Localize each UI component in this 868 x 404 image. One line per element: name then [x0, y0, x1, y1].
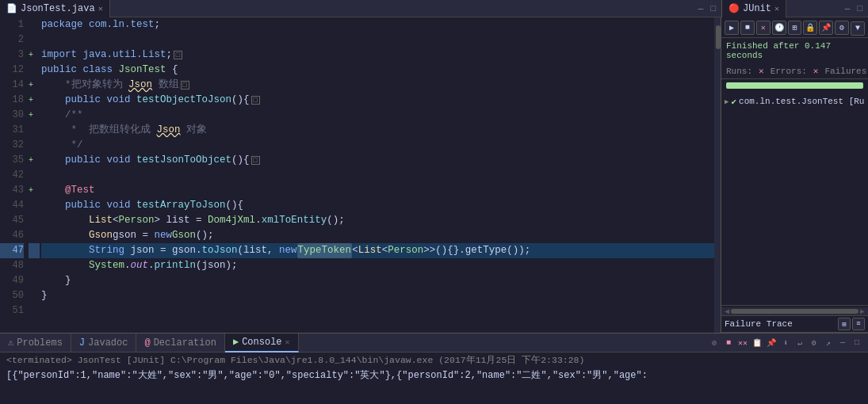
code-line-14: *把对象转为 Json 数组□ [41, 78, 714, 93]
junit-tree: ▶ ✔ com.ln.test.JsonTest [Ru [721, 92, 868, 303]
console-output: [{"personId":1,"name":"大姓","sex":"男","ag… [0, 367, 868, 404]
code-line-46: Gson gson = new Gson(); [41, 228, 714, 243]
code-area: package com.ln.test; import java.util.Li… [40, 17, 714, 333]
junit-tab-label: JUnit [743, 3, 771, 14]
errors-x: ✕ [759, 66, 764, 76]
tab-javadoc[interactable]: J Javadoc [71, 333, 137, 353]
console-maximize-btn[interactable]: □ [851, 337, 863, 349]
code-line-48: System.out.println(json); [41, 258, 714, 273]
code-line-43: @Test [41, 183, 714, 198]
junit-scroll-thumb [731, 309, 858, 314]
junit-divider [721, 305, 868, 306]
junit-tab[interactable]: 🔴 JUnit ✕ [722, 0, 786, 17]
console-scroll-btn[interactable]: ⬇ [779, 337, 792, 349]
editor-body: 1 2 3 12 14 18 30 31 32 35 42 43 44 45 4… [0, 17, 721, 333]
junit-icon: 🔴 [728, 3, 740, 13]
code-line-1: package com.ln.test; [41, 17, 714, 32]
console-stop-btn[interactable]: ■ [722, 337, 735, 349]
junit-expand-btn[interactable]: ▼ [851, 21, 865, 36]
junit-history-btn[interactable]: 🕐 [772, 21, 786, 35]
junit-settings-btn[interactable]: ⚙ [835, 21, 849, 35]
junit-progress-bar [726, 82, 863, 89]
title-bar-row: 📄 JsonTest.java ✕ — □ 🔴 JUnit ✕ — □ [0, 0, 868, 17]
editor-panel: 1 2 3 12 14 18 30 31 32 35 42 43 44 45 4… [0, 17, 721, 333]
code-line-32: */ [41, 138, 714, 153]
problems-icon: ⚠ [8, 337, 13, 349]
editor-title-bar: 📄 JsonTest.java ✕ — □ [0, 0, 721, 17]
junit-toolbar: ▶ ■ ✕ 🕐 ⊞ 🔒 📌 ⚙ ▼ [721, 17, 868, 38]
javadoc-icon: J [79, 337, 85, 349]
junit-stats-row: Runs: ✕ Errors: ✕ Failures [721, 63, 868, 79]
console-pin-btn[interactable]: 📌 [765, 337, 778, 349]
code-gutter: + + + + + + [29, 17, 40, 333]
editor-scrollbar[interactable] [714, 17, 721, 333]
code-line-2 [41, 32, 714, 48]
console-new-btn[interactable]: 📋 [751, 337, 763, 349]
junit-horizontal-scroll[interactable]: ◀ ▶ [721, 307, 868, 315]
failures-x: ✕ [813, 66, 819, 76]
console-terminate-btn[interactable]: ✕✕ [736, 337, 749, 349]
junit-panel: ▶ ■ ✕ 🕐 ⊞ 🔒 📌 ⚙ ▼ Finished after 0.147 s… [721, 17, 868, 333]
declaration-label: Declaration [154, 337, 216, 349]
junit-failure-trace-bar: Failure Trace ⊞ ≡ [721, 315, 868, 333]
junit-title-bar: 🔴 JUnit ✕ — □ [721, 0, 868, 17]
code-line-31: * 把数组转化成 Json 对象 [41, 123, 714, 138]
junit-tree-label: com.ln.test.JsonTest [Ru [739, 97, 864, 106]
junit-finished-text: Finished after 0.147 seconds [721, 38, 868, 63]
code-line-50: } [41, 288, 714, 303]
tab-problems[interactable]: ⚠ Problems [0, 333, 71, 353]
console-icon: ▶ [233, 336, 239, 348]
code-line-30: /** [41, 108, 714, 123]
declaration-icon: @ [144, 337, 150, 349]
code-line-35: public void testJsonToObjcet(){□ [41, 153, 714, 168]
junit-maximize-btn[interactable]: □ [855, 4, 865, 13]
junit-rerun-btn[interactable]: ✕ [756, 21, 770, 35]
failure-btn-2[interactable]: ≡ [852, 318, 865, 330]
console-open-btn[interactable]: ↗ [822, 337, 835, 349]
junit-run-btn[interactable]: ▶ [725, 21, 739, 35]
junit-minimize-btn[interactable]: — [843, 4, 853, 13]
console-clear-btn[interactable]: ⊘ [708, 337, 721, 349]
bottom-tabs-bar: ⚠ Problems J Javadoc @ Declaration ▶ Con… [0, 333, 868, 353]
line-numbers: 1 2 3 12 14 18 30 31 32 35 42 43 44 45 4… [0, 17, 29, 333]
bottom-right-toolbar: ⊘ ■ ✕✕ 📋 📌 ⬇ ↵ ⚙ ↗ — □ [708, 337, 868, 349]
junit-filter-btn[interactable]: ⊞ [788, 21, 802, 35]
errors-label: Errors: [770, 67, 807, 76]
junit-tree-arrow: ▶ [725, 97, 728, 106]
code-line-18: public void testObjectToJson(){□ [41, 93, 714, 108]
code-line-51 [41, 303, 714, 318]
failure-btn-1[interactable]: ⊞ [838, 318, 851, 330]
failures-label: Failures [824, 67, 866, 76]
minimize-btn[interactable]: — [696, 4, 706, 13]
junit-failure-trace-label: Failure Trace [725, 319, 793, 329]
junit-scroll-lock-btn[interactable]: 🔒 [803, 21, 817, 35]
code-line-12: public class JsonTest { [41, 63, 714, 78]
junit-pin-btn[interactable]: 📌 [819, 21, 833, 35]
javadoc-label: Javadoc [88, 337, 128, 349]
junit-tab-close[interactable]: ✕ [774, 4, 779, 13]
code-line-45: List<Person> list = Dom4jXml.xmlToEntity… [41, 213, 714, 228]
tab-console[interactable]: ▶ Console ✕ [225, 333, 299, 353]
console-settings-btn[interactable]: ⚙ [808, 337, 820, 349]
code-line-3: import java.util.List;□ [41, 48, 714, 63]
editor-tab-label: JsonTest.java [21, 3, 95, 14]
console-header: <terminated> JsonTest [JUnit] C:\Program… [0, 353, 868, 367]
editor-win-controls: — □ [696, 4, 721, 13]
console-minimize-btn[interactable]: — [836, 337, 849, 349]
code-line-44: public void testArrayToJson(){ [41, 198, 714, 213]
main-content: 1 2 3 12 14 18 30 31 32 35 42 43 44 45 4… [0, 17, 868, 333]
console-word-wrap-btn[interactable]: ↵ [793, 337, 806, 349]
console-tab-close[interactable]: ✕ [285, 337, 290, 347]
maximize-btn[interactable]: □ [708, 4, 718, 13]
editor-tab[interactable]: 📄 JsonTest.java ✕ [0, 0, 110, 17]
junit-tree-item[interactable]: ▶ ✔ com.ln.test.JsonTest [Ru [721, 93, 868, 109]
runs-label: Runs: [726, 67, 752, 76]
junit-progress-bar-container [726, 82, 863, 89]
code-line-42 [41, 168, 714, 183]
junit-win-controls: — □ [843, 4, 868, 13]
tab-declaration[interactable]: @ Declaration [136, 333, 224, 353]
problems-label: Problems [17, 337, 63, 349]
editor-tab-close[interactable]: ✕ [98, 4, 103, 13]
junit-stop-btn[interactable]: ■ [740, 21, 755, 35]
junit-tree-icon: ✔ [731, 97, 736, 107]
